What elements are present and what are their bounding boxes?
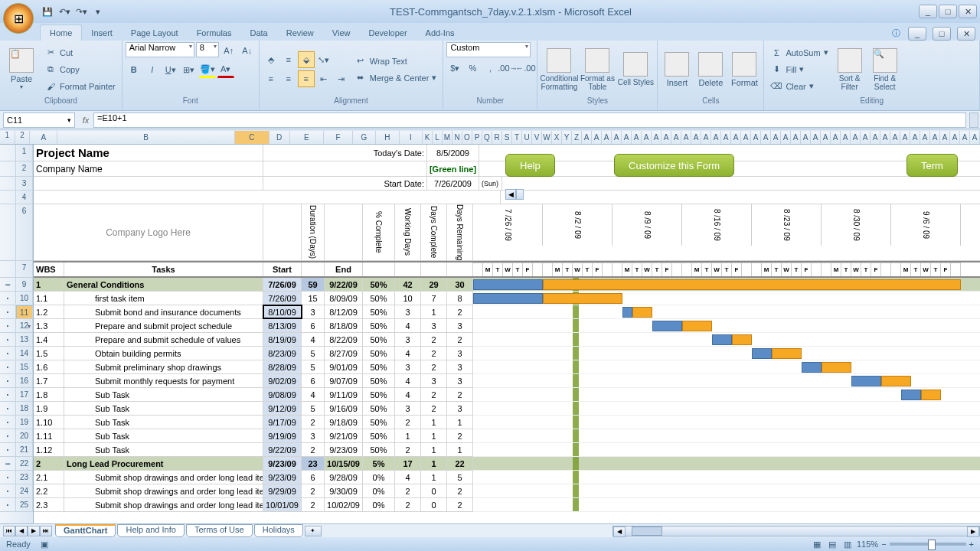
grow-font-icon[interactable]: A↑ bbox=[220, 42, 237, 59]
new-sheet-icon[interactable]: ✦ bbox=[305, 526, 322, 536]
align-middle-icon[interactable]: ≡ bbox=[280, 51, 297, 68]
macro-record-icon[interactable]: ▣ bbox=[38, 538, 51, 550]
tab-home[interactable]: Home bbox=[40, 24, 82, 41]
copy-button[interactable]: ⧉Copy bbox=[41, 61, 119, 78]
zoom-slider[interactable] bbox=[890, 543, 966, 546]
redo-icon[interactable]: ↷▾ bbox=[75, 5, 87, 18]
scroll-thumb[interactable] bbox=[632, 527, 662, 536]
col-A[interactable]: A bbox=[30, 131, 57, 144]
tab-insert[interactable]: Insert bbox=[82, 25, 122, 41]
merge-center-button[interactable]: ⬌Merge & Center▾ bbox=[351, 70, 440, 86]
today-date[interactable]: 8/5/2009 bbox=[427, 145, 479, 161]
ribbon-close-button[interactable]: ✕ bbox=[957, 27, 975, 41]
outline-level-1[interactable]: 1 bbox=[0, 131, 15, 144]
term-button[interactable]: Term bbox=[906, 154, 958, 177]
fx-icon[interactable]: fx bbox=[78, 116, 93, 125]
sort-filter-button[interactable]: Sort & Filter bbox=[833, 44, 867, 96]
format-cells-button[interactable]: Format bbox=[728, 44, 760, 96]
ribbon-minimize-button[interactable]: _ bbox=[908, 27, 926, 41]
project-name[interactable]: Project Name bbox=[34, 145, 263, 161]
autosum-button[interactable]: ΣAutoSum▾ bbox=[767, 44, 831, 61]
border-icon[interactable]: ⊞▾ bbox=[181, 61, 198, 78]
tab-data[interactable]: Data bbox=[240, 25, 276, 41]
ribbon-restore-button[interactable]: □ bbox=[933, 27, 951, 41]
clear-button[interactable]: ⌫Clear▾ bbox=[767, 78, 831, 95]
align-bottom-icon[interactable]: ⬙ bbox=[298, 51, 315, 68]
font-size-select[interactable]: 8 bbox=[196, 42, 219, 57]
zoom-out-icon[interactable]: − bbox=[881, 540, 886, 549]
scroll-left-icon[interactable]: ◀ bbox=[613, 527, 626, 537]
format-as-table-button[interactable]: Format as Table bbox=[579, 44, 616, 96]
cell-styles-button[interactable]: Cell Styles bbox=[617, 44, 654, 96]
col-H[interactable]: H bbox=[376, 131, 399, 144]
currency-icon[interactable]: $▾ bbox=[446, 60, 463, 77]
fill-button[interactable]: ⬇Fill▾ bbox=[767, 61, 831, 78]
find-select-button[interactable]: 🔍Find & Select bbox=[868, 44, 902, 96]
align-left-icon[interactable]: ≡ bbox=[263, 70, 279, 87]
tab-nav-first-icon[interactable]: ⏮ bbox=[3, 526, 15, 536]
scroll-handle[interactable] bbox=[516, 189, 524, 200]
scroll-right-icon[interactable]: ▶ bbox=[967, 527, 979, 537]
expand-formula-bar-icon[interactable] bbox=[969, 112, 978, 128]
tab-add-ins[interactable]: Add-Ins bbox=[416, 25, 464, 41]
bold-icon[interactable]: B bbox=[126, 61, 142, 78]
conditional-formatting-button[interactable]: Conditional Formatting bbox=[541, 44, 577, 96]
office-button[interactable]: ⊞ bbox=[3, 3, 34, 34]
percent-icon[interactable]: % bbox=[464, 60, 481, 77]
col-G[interactable]: G bbox=[353, 131, 376, 144]
align-right-icon[interactable]: ≡ bbox=[298, 70, 315, 87]
increase-indent-icon[interactable]: ⇥ bbox=[333, 70, 350, 87]
formula-input[interactable]: =E10+1 bbox=[93, 112, 966, 128]
sheet-tab-ganttchart[interactable]: GanttChart bbox=[55, 524, 116, 537]
sheet-tab-terms[interactable]: Terms of Use bbox=[186, 524, 253, 537]
view-break-icon[interactable]: ▥ bbox=[841, 538, 854, 550]
help-button[interactable]: Help bbox=[505, 154, 555, 177]
undo-icon[interactable]: ↶▾ bbox=[58, 5, 70, 18]
orientation-icon[interactable]: ⤡▾ bbox=[315, 51, 332, 68]
company-name[interactable]: Company Name bbox=[34, 161, 263, 176]
col-E[interactable]: E bbox=[290, 131, 325, 144]
col-I[interactable]: I bbox=[400, 131, 423, 144]
cut-button[interactable]: ✂Cut bbox=[41, 44, 119, 61]
tab-review[interactable]: Review bbox=[277, 25, 323, 41]
save-icon[interactable]: 💾 bbox=[41, 5, 54, 18]
tab-formulas[interactable]: Formulas bbox=[188, 25, 241, 41]
paste-button[interactable]: 📋Paste▾ bbox=[3, 44, 40, 96]
outline-level-2[interactable]: 2 bbox=[15, 131, 31, 144]
tab-nav-next-icon[interactable]: ▶ bbox=[28, 526, 40, 536]
col-C[interactable]: C bbox=[235, 131, 270, 144]
decrease-indent-icon[interactable]: ⇤ bbox=[315, 70, 332, 87]
italic-icon[interactable]: I bbox=[144, 61, 161, 78]
increase-decimal-icon[interactable]: .00→ bbox=[499, 60, 516, 77]
view-layout-icon[interactable]: ▤ bbox=[826, 538, 838, 550]
customize-button[interactable]: Customize this Form bbox=[614, 154, 734, 177]
align-top-icon[interactable]: ⬘ bbox=[263, 51, 279, 68]
col-B[interactable]: B bbox=[57, 131, 235, 144]
delete-cells-button[interactable]: Delete bbox=[694, 44, 727, 96]
comma-icon[interactable]: , bbox=[482, 60, 498, 77]
view-normal-icon[interactable]: ▦ bbox=[811, 538, 823, 550]
number-format-select[interactable]: Custom bbox=[446, 42, 531, 57]
tab-page-layout[interactable]: Page Layout bbox=[122, 25, 188, 41]
start-date[interactable]: 7/26/2009 bbox=[427, 177, 479, 190]
format-painter-button[interactable]: 🖌Format Painter bbox=[41, 78, 119, 95]
help-icon[interactable]: ⓘ bbox=[890, 27, 902, 39]
data-area[interactable]: Project Name Today's Date: 8/5/2009 Help… bbox=[34, 145, 980, 528]
fill-color-icon[interactable]: 🪣▾ bbox=[199, 61, 216, 78]
shrink-font-icon[interactable]: A↓ bbox=[239, 42, 256, 59]
sheet-tab-help[interactable]: Help and Info bbox=[117, 524, 184, 537]
align-center-icon[interactable]: ≡ bbox=[280, 70, 297, 87]
minimize-button[interactable]: _ bbox=[919, 5, 937, 18]
col-narrow-range[interactable]: KLMNOPQRSTUVWXYZAAAAAAAAAAAAAAAAAAAAAAAA… bbox=[423, 131, 980, 144]
decrease-decimal-icon[interactable]: ←.00 bbox=[517, 60, 534, 77]
qat-customize-icon[interactable]: ▾ bbox=[92, 5, 104, 18]
maximize-button[interactable]: □ bbox=[939, 5, 957, 18]
underline-icon[interactable]: U▾ bbox=[162, 61, 179, 78]
col-D[interactable]: D bbox=[270, 131, 290, 144]
scroll-left-icon[interactable]: ◀ bbox=[505, 189, 516, 200]
horizontal-scrollbar[interactable]: ◀ ▶ bbox=[612, 526, 980, 536]
tab-view[interactable]: View bbox=[323, 25, 360, 41]
zoom-in-icon[interactable]: + bbox=[969, 540, 974, 549]
name-box[interactable]: C11▾ bbox=[3, 112, 75, 128]
sheet-tab-holidays[interactable]: Holidays bbox=[254, 524, 303, 537]
